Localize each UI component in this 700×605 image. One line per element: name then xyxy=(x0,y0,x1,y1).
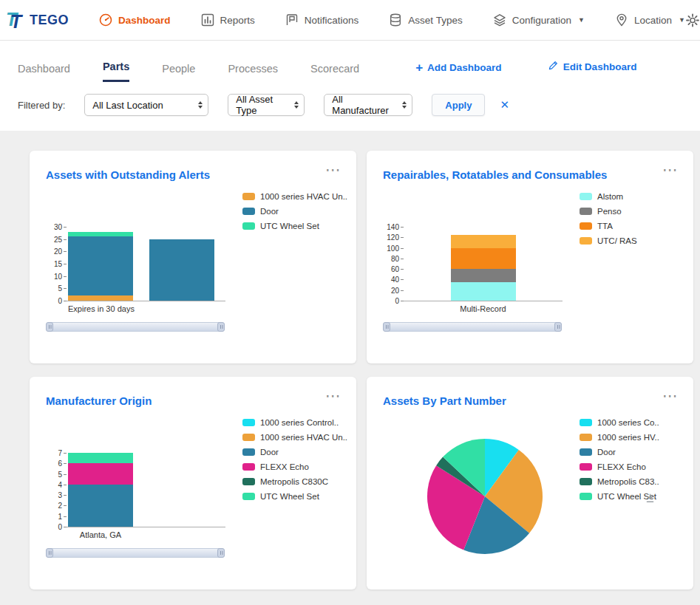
legend-label: Door xyxy=(260,448,279,457)
chart-scrollbar[interactable] xyxy=(46,322,225,332)
nav-configuration[interactable]: Configuration ▼ xyxy=(492,13,585,27)
select-value: All Asset Type xyxy=(236,94,288,116)
download-icon[interactable] xyxy=(645,493,655,503)
card-menu-button[interactable]: ⋯ xyxy=(662,161,679,179)
chart-legend: 1000 series HVAC Un..DoorUTC Wheel Set xyxy=(242,192,344,230)
y-axis: 020406080100120140 xyxy=(381,228,404,301)
chart-legend: 1000 series Control..1000 series HVAC Un… xyxy=(242,418,344,501)
select-value: All Manufacturer xyxy=(332,94,396,116)
legend-item[interactable]: Metropolis C83.. xyxy=(580,477,682,486)
scrollbar-right-handle[interactable] xyxy=(217,548,225,558)
legend-item[interactable]: UTC Wheel Set xyxy=(580,492,682,501)
y-tick-label: 2 xyxy=(58,502,67,510)
tab-processes[interactable]: Processes xyxy=(228,63,278,82)
legend-item[interactable]: 1000 series Co.. xyxy=(580,418,682,427)
chart-scrollbar[interactable] xyxy=(383,322,562,332)
last-location-select[interactable]: All Last Location xyxy=(84,94,208,116)
nav-label: Asset Types xyxy=(408,15,462,26)
y-tick-label: 20 xyxy=(391,287,404,295)
legend-item[interactable]: UTC Wheel Set xyxy=(242,222,344,230)
nav-right: S xyxy=(685,13,700,27)
nav-dashboard[interactable]: Dashboard xyxy=(98,13,171,27)
tab-dashboard[interactable]: Dashboard xyxy=(18,63,70,82)
legend-item[interactable]: Door xyxy=(242,207,344,216)
y-tick-label: 0 xyxy=(58,297,67,305)
nav-reports[interactable]: Reports xyxy=(200,13,255,27)
legend-swatch xyxy=(580,208,592,215)
stacked-bar[interactable] xyxy=(68,453,133,527)
scrollbar-left-handle[interactable] xyxy=(46,548,53,558)
legend-item[interactable]: 1000 series HVAC Un.. xyxy=(242,433,344,442)
legend-item[interactable]: FLEXX Echo xyxy=(580,462,682,471)
asset-type-select[interactable]: All Asset Type xyxy=(228,94,305,116)
plot-area xyxy=(404,228,563,301)
scrollbar-left-handle[interactable] xyxy=(383,322,390,332)
legend-item[interactable]: FLEXX Echo xyxy=(242,462,344,471)
y-tick-label: 7 xyxy=(58,449,67,457)
legend-label: FLEXX Echo xyxy=(260,462,309,471)
legend-item[interactable]: 1000 series HV.. xyxy=(580,433,682,442)
nav-asset-types[interactable]: Asset Types xyxy=(388,13,462,27)
y-axis: 051015202530 xyxy=(44,228,67,301)
tego-logo[interactable]: TT TEGO xyxy=(6,10,69,30)
legend-item[interactable]: Metropolis C830C xyxy=(242,477,344,486)
apply-button[interactable]: Apply xyxy=(432,94,485,116)
card-menu-button[interactable]: ⋯ xyxy=(325,387,341,405)
y-tick-label: 1 xyxy=(58,513,67,521)
scrollbar-right-handle[interactable] xyxy=(217,322,225,332)
legend-label: Door xyxy=(597,448,616,457)
primary-nav: Dashboard Reports Notifications Asset Ty… xyxy=(69,13,685,27)
x-tick-label xyxy=(149,301,214,313)
legend-item[interactable]: Door xyxy=(242,448,344,457)
manufacturer-select[interactable]: All Manufacturer xyxy=(324,94,412,116)
y-tick-label: 140 xyxy=(387,223,404,231)
legend-swatch xyxy=(580,222,592,230)
nav-label: Dashboard xyxy=(118,15,171,26)
chart-scrollbar[interactable] xyxy=(46,548,225,558)
legend-label: UTC Wheel Set xyxy=(260,492,319,501)
dashboard-tabs: Dashboard Parts People Processes Scoreca… xyxy=(0,41,700,82)
gear-icon[interactable] xyxy=(685,13,700,27)
legend-item[interactable]: UTC Wheel Set xyxy=(242,492,344,501)
legend-label: Metropolis C83.. xyxy=(597,477,659,486)
legend-item[interactable]: TTA xyxy=(580,222,682,230)
chart-card-repairables: Repairables, Rotatables and Consumables … xyxy=(367,151,693,363)
legend-item[interactable]: 1000 series HVAC Un.. xyxy=(242,192,344,201)
logo-text: TEGO xyxy=(30,13,69,28)
clear-filters-icon[interactable]: ✕ xyxy=(500,98,509,112)
card-menu-button[interactable]: ⋯ xyxy=(662,387,679,405)
legend-item[interactable]: Penso xyxy=(580,207,682,216)
y-tick-label: 6 xyxy=(58,459,67,468)
nav-notifications[interactable]: Notifications xyxy=(285,13,359,27)
legend-item[interactable]: Alstom xyxy=(580,192,682,201)
legend-item[interactable]: Door xyxy=(580,448,682,457)
select-arrows-icon xyxy=(402,101,407,109)
legend-swatch xyxy=(242,434,255,441)
tab-people[interactable]: People xyxy=(162,63,195,82)
scrollbar-left-handle[interactable] xyxy=(46,322,53,332)
legend-label: UTC Wheel Set xyxy=(260,222,319,230)
legend-label: Metropolis C830C xyxy=(260,477,328,486)
tab-scorecard[interactable]: Scorecard xyxy=(310,63,359,82)
legend-item[interactable]: UTC/ RAS xyxy=(580,236,682,245)
select-arrows-icon xyxy=(294,101,299,109)
legend-item[interactable]: 1000 series Control.. xyxy=(242,418,344,427)
card-menu-button[interactable]: ⋯ xyxy=(325,161,341,179)
stacked-bar[interactable] xyxy=(451,235,516,301)
edit-dashboard-button[interactable]: Edit Dashboard xyxy=(548,60,637,82)
y-tick-label: 10 xyxy=(54,273,67,281)
stacked-bar[interactable] xyxy=(149,239,214,301)
y-tick-label: 0 xyxy=(58,523,67,531)
scrollbar-right-handle[interactable] xyxy=(554,322,562,332)
y-tick-label: 25 xyxy=(54,236,67,244)
legend-swatch xyxy=(242,478,255,485)
chart-title: Assets with Outstanding Alerts xyxy=(46,168,210,181)
x-axis-labels: Multi-Record xyxy=(404,301,563,313)
stacked-bar[interactable] xyxy=(68,232,133,301)
tab-parts[interactable]: Parts xyxy=(103,61,129,82)
nav-location[interactable]: Location ▼ xyxy=(614,13,685,27)
add-dashboard-button[interactable]: + Add Dashboard xyxy=(415,62,501,82)
select-value: All Last Location xyxy=(92,100,163,111)
chart-legend: 1000 series Co..1000 series HV..DoorFLEX… xyxy=(580,418,682,501)
legend-label: 1000 series Control.. xyxy=(260,418,339,427)
